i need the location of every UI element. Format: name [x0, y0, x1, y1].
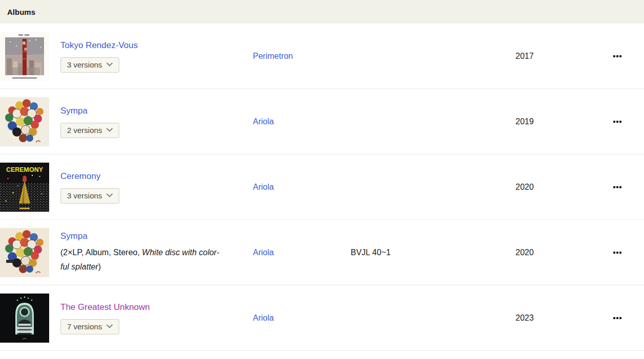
record-label-link[interactable]: Ariola: [253, 248, 274, 257]
versions-label: 2 versions: [67, 126, 102, 134]
album-row: Tokyo Rendez-Vous 3 versions Perimetron …: [0, 24, 644, 89]
actions-cell: [567, 118, 644, 126]
actions-cell: [567, 249, 644, 257]
catalog-number: BVJL 40~1: [351, 248, 516, 257]
album-title-link[interactable]: Sympa: [60, 105, 88, 117]
chevron-down-icon: [106, 324, 113, 328]
album-cover-link[interactable]: CEREMONY: [0, 163, 49, 212]
album-row: Sympa 2 versions Ariola 2019: [0, 89, 644, 154]
versions-dropdown-button[interactable]: 3 versions: [60, 188, 119, 204]
versions-label: 3 versions: [67, 60, 102, 69]
album-cover-link[interactable]: [0, 294, 49, 343]
label-cell: Ariola: [253, 313, 351, 323]
record-label-link[interactable]: Perimetron: [253, 52, 293, 60]
release-year: 2020: [516, 183, 567, 192]
album-title-link[interactable]: Ceremony: [60, 171, 100, 182]
versions-label: 3 versions: [67, 191, 102, 200]
chevron-down-icon: [106, 62, 113, 66]
versions-dropdown-button[interactable]: 2 versions: [60, 123, 119, 138]
section-title: Albums: [7, 8, 35, 16]
actions-cell: [567, 314, 644, 322]
chevron-down-icon: [106, 128, 113, 132]
album-art-sympa: [0, 97, 49, 146]
title-cell: The Greatest Unknown 7 versions: [60, 302, 253, 334]
more-actions-button[interactable]: [612, 314, 622, 322]
title-cell: Sympa (2×LP, Album, Stereo, White disc w…: [60, 231, 253, 274]
more-actions-button[interactable]: [612, 118, 622, 126]
more-actions-button[interactable]: [612, 249, 622, 257]
albums-list: Tokyo Rendez-Vous 3 versions Perimetron …: [0, 24, 644, 351]
chevron-down-icon: [106, 193, 113, 197]
album-art-sympa: [0, 228, 49, 277]
album-art-ceremony: CEREMONY: [0, 163, 49, 212]
actions-cell: [567, 183, 644, 191]
title-cell: Ceremony 3 versions: [60, 171, 253, 204]
record-label-link[interactable]: Ariola: [253, 183, 274, 191]
release-year: 2020: [516, 248, 567, 257]
label-cell: Perimetron: [253, 52, 351, 61]
versions-dropdown-button[interactable]: 7 versions: [60, 319, 119, 334]
label-cell: Ariola: [253, 183, 351, 192]
release-year: 2023: [516, 313, 567, 323]
record-label-link[interactable]: Ariola: [253, 313, 274, 322]
versions-label: 7 versions: [67, 322, 102, 331]
release-year: 2019: [516, 117, 567, 126]
album-cover-link[interactable]: [0, 32, 49, 81]
format-text: (2×LP, Album, Stereo,: [60, 248, 142, 257]
album-cover-link[interactable]: [0, 97, 49, 146]
release-format: (2×LP, Album, Stereo, White disc with co…: [60, 245, 246, 274]
album-art-tokyo-rendez-vous: [0, 32, 49, 81]
art-title-text: CEREMONY: [6, 166, 44, 173]
album-title-link[interactable]: Tokyo Rendez-Vous: [60, 40, 138, 51]
format-description-italic: ful splatter: [60, 262, 98, 271]
album-title-link[interactable]: The Greatest Unknown: [60, 302, 150, 313]
album-row: CEREMONY Ceremony 3 versions Ariola 2020: [0, 154, 644, 220]
album-cover-link[interactable]: [0, 228, 49, 277]
album-row: Sympa (2×LP, Album, Stereo, White disc w…: [0, 220, 644, 285]
actions-cell: [567, 52, 644, 60]
record-label-link[interactable]: Ariola: [253, 117, 274, 126]
label-cell: Ariola: [253, 117, 351, 126]
release-year: 2017: [516, 52, 567, 61]
albums-section-header: Albums: [0, 0, 644, 24]
album-art-the-greatest-unknown: [0, 294, 49, 343]
album-row: The Greatest Unknown 7 versions Ariola 2…: [0, 285, 644, 351]
title-cell: Sympa 2 versions: [60, 105, 253, 138]
more-actions-button[interactable]: [612, 52, 622, 60]
format-description-italic: White disc with color-: [142, 248, 219, 257]
versions-dropdown-button[interactable]: 3 versions: [60, 57, 119, 73]
title-cell: Tokyo Rendez-Vous 3 versions: [60, 40, 253, 73]
format-text: ): [98, 262, 101, 271]
more-actions-button[interactable]: [612, 183, 622, 191]
album-title-link[interactable]: Sympa: [60, 231, 88, 242]
label-cell: Ariola: [253, 248, 351, 257]
